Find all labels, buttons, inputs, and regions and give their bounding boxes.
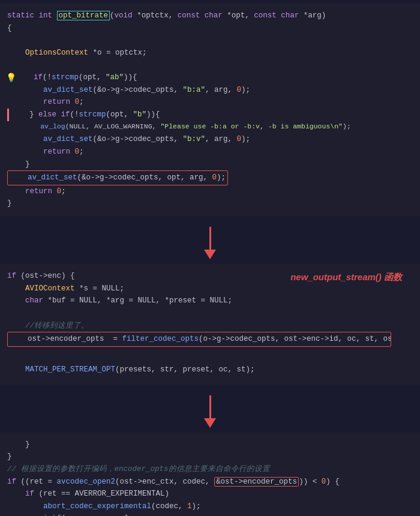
code-line: } — [7, 451, 413, 463]
code-block-1: static int opt_bitrate(void *optctx, con… — [0, 4, 420, 216]
code-line: // 根据设置的参数打开编码，encoder_opts的信息主要来自命令行的设置 — [7, 463, 413, 476]
code-line: } — [7, 197, 413, 210]
arrow-down-icon — [204, 227, 216, 259]
code-line — [7, 34, 413, 47]
code-line: return 0; — [7, 185, 413, 198]
code-block-3: } } // 根据设置的参数打开编码，encoder_opts的信息主要来自命令… — [0, 433, 420, 516]
code-line — [7, 351, 413, 364]
code-line: static int opt_bitrate(void *optctx, con… — [7, 10, 413, 22]
code-line: if ((ret = avcodec_open2(ost->enc_ctx, c… — [7, 476, 413, 488]
code-line: OptionsContext *o = optctx; — [7, 47, 413, 59]
code-line: av_dict_set(&o->g->codec_opts, "b:a", ar… — [7, 84, 413, 97]
arrow-down-icon — [204, 395, 216, 428]
code-line: return 0; — [7, 96, 413, 109]
code-line: 💡 if(!strcmp(opt, "ab")){ — [7, 71, 413, 84]
code-line: if (ret == AVERROR_EXPERIMENTAL) — [7, 488, 413, 500]
code-line: if (ost->enc) { — [7, 270, 413, 283]
code-line: char *buf = NULL, *arg = NULL, *preset =… — [7, 295, 413, 307]
code-line: } — [7, 439, 413, 451]
code-line: return 0; — [7, 146, 413, 158]
code-line: } — [7, 158, 413, 171]
code-line: ost->encoder_opts = filter_codec_opts(o-… — [7, 332, 413, 351]
code-line: av_dict_set(&o->g->codec_opts, opt, arg,… — [7, 170, 413, 185]
code-line — [7, 59, 413, 72]
code-line: av_log(NULL, AV_LOG_WARNING, "Please use… — [7, 121, 413, 134]
arrow-2 — [0, 385, 420, 433]
code-line: MATCH_PER_STREAM_OPT(presets, str, prese… — [7, 364, 413, 376]
code-line: //转移到这里了。 — [7, 320, 413, 332]
arrow-1 — [0, 216, 420, 264]
code-line: av_dict_set(&o->g->codec_opts, "b:v", ar… — [7, 133, 413, 146]
code-line: } else if(!strcmp(opt, "b")){ — [7, 109, 413, 121]
code-line: abort_codec_experimental(codec, 1); — [7, 500, 413, 513]
code-line: { — [7, 22, 413, 35]
bulb-icon: 💡 — [6, 71, 16, 85]
code-line: AVIOContext *s = NULL; — [7, 283, 413, 295]
code-line — [7, 307, 413, 320]
code-block-2: new_output_stream() 函数 if (ost->enc) { A… — [0, 264, 420, 385]
